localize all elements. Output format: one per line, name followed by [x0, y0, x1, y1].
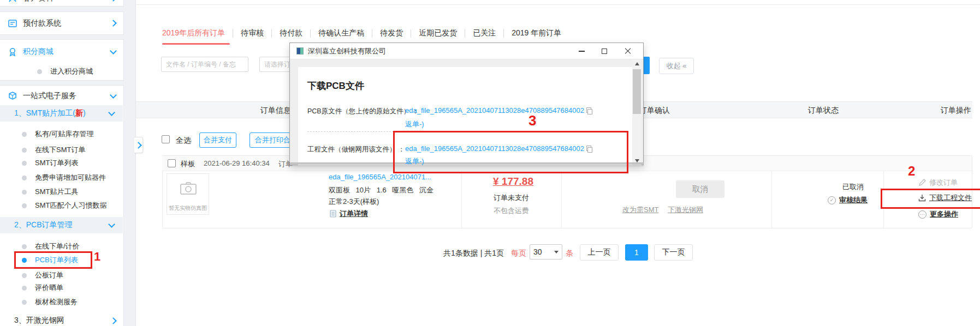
sidebar-item-points-mall: 积分商城	[23, 47, 105, 57]
review-result-link[interactable]: 审核结果	[839, 195, 868, 205]
sidebar-item-smt-offline-order[interactable]: 在线下SMT订单	[22, 145, 85, 155]
header-order-status: 订单状态	[808, 106, 839, 116]
merge-pay-button[interactable]: 合并支付	[199, 132, 236, 148]
sidebar-item-board-test[interactable]: 板材检测服务	[22, 297, 78, 307]
order-detail-link[interactable]: 订单详情	[340, 209, 368, 219]
chevron-right-icon	[110, 20, 117, 27]
order-lead-time: 正常2-3天(样板)	[329, 197, 379, 207]
more-actions-row[interactable]: ⋯ 更多操作	[918, 209, 958, 219]
sidebar-item-pcb-quote[interactable]: 在线下单/计价	[22, 242, 80, 251]
tab-all-orders-after-2019[interactable]: 2019年后所有订单	[162, 28, 225, 38]
original-file-label: PCB原文件（您上传的原始文件） ：	[307, 107, 419, 116]
sidebar-item-smt-order-list[interactable]: SMT订单列表	[22, 158, 78, 168]
cube-icon	[8, 91, 17, 101]
annotation-number-2: 2	[908, 164, 915, 179]
order-status-text: 已取消	[842, 182, 864, 192]
prepay-icon	[8, 19, 17, 28]
freight-note: 不包含运费	[494, 206, 529, 216]
sidebar-expand-handle[interactable]	[134, 137, 143, 153]
sidebar-section-onestop[interactable]: 一站式电子服务	[0, 87, 123, 105]
annotation-number-1: 1	[94, 250, 100, 264]
content-top-divider	[136, 4, 980, 5]
document-icon	[330, 210, 336, 218]
dialog-title: 深圳嘉立创科技有限公司	[308, 46, 568, 56]
active-tab-underline	[162, 43, 230, 45]
sidebar-item-review-share[interactable]: 评价晒单	[22, 283, 63, 293]
sidebar-card-prepay[interactable]: 预付款系统	[0, 11, 124, 35]
sidebar-item-smt-tools[interactable]: SMT贴片工具	[22, 187, 78, 197]
sidebar-card-points: 积分商城 进入积分商城	[0, 39, 124, 81]
tab-pending-confirm-draft[interactable]: 待确认生产稿	[318, 28, 364, 38]
annotation-box-step2	[881, 189, 980, 209]
chevron-down-icon	[108, 109, 115, 116]
caret-down-icon	[554, 251, 559, 253]
change-to-smt-link[interactable]: 改为需SMT	[622, 205, 658, 215]
bullet-icon	[22, 273, 27, 278]
dialog-titlebar[interactable]: 深圳嘉立创科技有限公司	[290, 43, 643, 59]
original-file-row: eda_file_196565A_20210407113028e47088954…	[405, 106, 592, 114]
scroll-up-arrow[interactable]	[632, 59, 642, 68]
sidebar-item-account: 客户资料	[23, 0, 105, 3]
tab-orders-before-2019[interactable]: 2019 年前订单	[512, 28, 561, 38]
collapse-filters-button[interactable]: 收起 «	[659, 58, 694, 74]
tab-recently-shipped[interactable]: 近期已发货	[419, 28, 457, 38]
sidebar-card-account[interactable]: 客户资料	[0, 0, 124, 7]
bullet-icon	[22, 244, 27, 249]
tab-pending-ship[interactable]: 待发货	[380, 28, 403, 38]
sidebar-item-prepay: 预付款系统	[23, 19, 105, 28]
sidebar-item-onestop: 一站式电子服务	[23, 91, 105, 101]
order-specs: 双面板 10片 1.6 哑黑色 沉金	[329, 185, 433, 195]
maximize-button[interactable]	[595, 45, 614, 57]
chevron-right-icon	[110, 317, 117, 324]
original-file-link[interactable]: eda_file_196565A_20210407113028e47088954…	[405, 106, 584, 114]
order-detail-row[interactable]: 订单详情	[330, 209, 368, 219]
bullet-icon	[22, 161, 27, 166]
tab-pending-review[interactable]: 待审核	[241, 28, 264, 38]
sidebar-item-smt-habit-data[interactable]: SMT匹配个人习惯数据	[22, 201, 106, 210]
scrollbar-thumb[interactable]	[633, 69, 641, 114]
sidebar-item-enter-points[interactable]: 进入积分商城	[37, 67, 142, 76]
prev-page-button[interactable]: 上一页	[580, 244, 619, 261]
sidebar-section-pcb[interactable]: 2、PCB订单管理	[0, 217, 123, 233]
sidebar-section-stencil[interactable]: 3、开激光钢网	[0, 312, 123, 326]
sidebar-section-smt[interactable]: 1、SMT贴片加工(新)	[0, 105, 123, 122]
bullet-icon	[22, 203, 27, 208]
current-page-button[interactable]: 1	[625, 244, 648, 261]
edit-order-link[interactable]: 修改订单	[929, 178, 958, 188]
order-row-checkbox[interactable]	[168, 159, 176, 167]
review-result-row[interactable]: ✓ 审核结果	[828, 195, 868, 205]
sidebar-item-smt-stock[interactable]: 私有/可贴库存管理	[22, 129, 94, 139]
next-page-button[interactable]: 下一页	[654, 244, 693, 261]
engineering-file-label: 工程文件（做钢网用该文件） ：	[307, 145, 405, 154]
select-all-label: 全选	[176, 136, 191, 146]
minimize-button[interactable]	[572, 45, 591, 57]
order-file-link[interactable]: eda_file_196565A_202104071...	[329, 173, 431, 181]
tab-pending-payment[interactable]: 待付款	[280, 28, 302, 38]
per-page-suffix: 条	[566, 249, 573, 258]
order-tabs: 2019年后所有订单 待审核 待付款 待确认生产稿 待发货 近期已发货 已关注 …	[162, 28, 561, 38]
order-stencil-link[interactable]: 下激光钢网	[668, 205, 703, 215]
annotation-box-step3	[393, 131, 628, 173]
annotation-number-3: 3	[528, 112, 536, 129]
tab-favorites[interactable]: 已关注	[473, 28, 496, 38]
original-file-link-wrap[interactable]: 返单-)	[405, 119, 424, 129]
per-page-select[interactable]: 30	[530, 244, 562, 259]
more-actions-link[interactable]: 更多操作	[930, 209, 958, 219]
chevron-down-icon	[110, 92, 117, 99]
sidebar-section-points[interactable]: 积分商城	[0, 43, 123, 61]
close-icon	[624, 48, 631, 55]
sidebar-item-public-board[interactable]: 公板订单	[22, 270, 63, 280]
keyword-search-input[interactable]	[161, 57, 248, 72]
order-price: ¥ 177.88	[493, 176, 533, 188]
close-button[interactable]	[618, 45, 637, 57]
pagination-summary: 共1条数据 | 共1页	[443, 249, 504, 258]
select-all-checkbox[interactable]	[162, 135, 170, 143]
chevron-down-icon	[110, 47, 117, 55]
dialog-scrollbar[interactable]	[632, 59, 642, 165]
copy-icon[interactable]	[586, 107, 592, 114]
user-icon	[8, 0, 17, 3]
sidebar-item-smt-free-parts[interactable]: 免费申请增加可贴器件	[22, 173, 106, 183]
no-image-label: 暂无实物仿真图	[167, 204, 209, 212]
cancel-order-button[interactable]: 取消	[676, 180, 724, 198]
edit-order-row[interactable]: 修改订单	[918, 178, 958, 188]
